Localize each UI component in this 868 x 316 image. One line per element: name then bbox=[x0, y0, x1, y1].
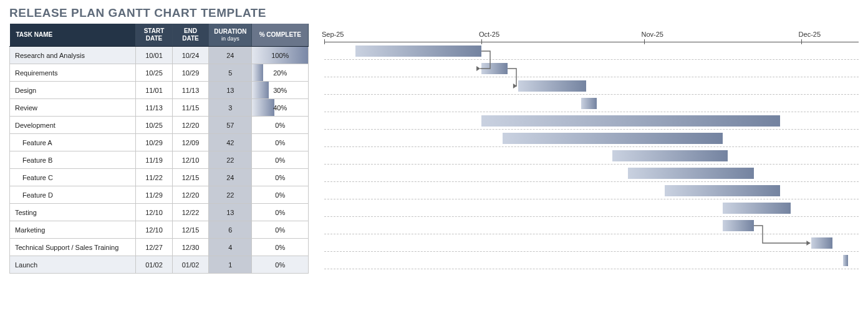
duration-cell[interactable]: 24 bbox=[209, 47, 252, 64]
task-name-cell[interactable]: Feature B bbox=[10, 151, 136, 169]
duration-cell[interactable]: 5 bbox=[209, 64, 252, 82]
duration-cell[interactable]: 57 bbox=[209, 117, 252, 134]
col-header-task: TASK NAME bbox=[10, 24, 136, 47]
task-name-cell[interactable]: Feature D bbox=[10, 186, 136, 204]
end-date-cell[interactable]: 12/20 bbox=[172, 117, 209, 134]
duration-cell[interactable]: 22 bbox=[209, 186, 252, 204]
duration-cell[interactable]: 1 bbox=[209, 256, 252, 274]
start-date-cell[interactable]: 10/29 bbox=[136, 134, 173, 151]
task-name-cell[interactable]: Development bbox=[10, 117, 136, 134]
col-header-end: END DATE bbox=[172, 24, 209, 47]
pct-text: 0% bbox=[275, 156, 285, 164]
gantt-row bbox=[324, 42, 859, 60]
pct-text: 0% bbox=[275, 191, 285, 199]
gantt-bar[interactable] bbox=[612, 150, 728, 161]
duration-cell[interactable]: 13 bbox=[209, 82, 252, 99]
end-date-cell[interactable]: 10/29 bbox=[172, 64, 209, 82]
start-date-cell[interactable]: 11/29 bbox=[136, 186, 173, 204]
table-row: Requirements10/2510/29520% bbox=[10, 64, 309, 82]
pct-text: 40% bbox=[273, 104, 287, 112]
pct-complete-cell[interactable]: 0% bbox=[252, 239, 309, 256]
end-date-cell[interactable]: 10/24 bbox=[172, 47, 209, 64]
page-title: RELEASE PLAN GANTT CHART TEMPLATE bbox=[9, 6, 859, 20]
start-date-cell[interactable]: 12/10 bbox=[136, 221, 173, 239]
end-date-cell[interactable]: 12/10 bbox=[172, 151, 209, 169]
duration-cell[interactable]: 3 bbox=[209, 99, 252, 117]
start-date-cell[interactable]: 11/13 bbox=[136, 99, 173, 117]
gantt-bar[interactable] bbox=[518, 80, 586, 92]
pct-complete-cell[interactable]: 40% bbox=[252, 99, 309, 117]
gantt-bar[interactable] bbox=[628, 168, 754, 179]
start-date-cell[interactable]: 11/22 bbox=[136, 169, 173, 186]
task-name-cell[interactable]: Feature C bbox=[10, 169, 136, 186]
gantt-bar[interactable] bbox=[481, 63, 508, 74]
table-row: Design11/0111/131330% bbox=[10, 82, 309, 99]
start-date-cell[interactable]: 10/25 bbox=[136, 117, 173, 134]
month-label: Sep-25 bbox=[322, 31, 344, 38]
start-date-cell[interactable]: 12/27 bbox=[136, 239, 173, 256]
start-date-cell[interactable]: 12/10 bbox=[136, 204, 173, 221]
task-name-cell[interactable]: Review bbox=[10, 99, 136, 117]
start-date-cell[interactable]: 10/01 bbox=[136, 47, 173, 64]
table-header-row: TASK NAME START DATE END DATE DURATION i… bbox=[10, 24, 309, 47]
task-name-cell[interactable]: Marketing bbox=[10, 221, 136, 239]
duration-cell[interactable]: 42 bbox=[209, 134, 252, 151]
pct-complete-cell[interactable]: 0% bbox=[252, 204, 309, 221]
table-row: Review11/1311/15340% bbox=[10, 99, 309, 117]
table-row: Feature A10/2912/09420% bbox=[10, 134, 309, 151]
pct-text: 0% bbox=[275, 226, 285, 234]
task-name-cell[interactable]: Launch bbox=[10, 256, 136, 274]
pct-complete-cell[interactable]: 20% bbox=[252, 64, 309, 82]
pct-complete-cell[interactable]: 0% bbox=[252, 186, 309, 204]
pct-complete-cell[interactable]: 30% bbox=[252, 82, 309, 99]
duration-cell[interactable]: 4 bbox=[209, 239, 252, 256]
duration-cell[interactable]: 6 bbox=[209, 221, 252, 239]
task-name-cell[interactable]: Feature A bbox=[10, 134, 136, 151]
task-name-cell[interactable]: Design bbox=[10, 82, 136, 99]
pct-complete-cell[interactable]: 0% bbox=[252, 221, 309, 239]
gantt-bar[interactable] bbox=[811, 237, 832, 249]
pct-complete-cell[interactable]: 0% bbox=[252, 117, 309, 134]
table-row: Marketing12/1012/1560% bbox=[10, 221, 309, 239]
end-date-cell[interactable]: 12/20 bbox=[172, 186, 209, 204]
duration-cell[interactable]: 22 bbox=[209, 151, 252, 169]
gantt-row bbox=[324, 182, 859, 199]
pct-complete-cell[interactable]: 0% bbox=[252, 256, 309, 274]
gantt-bar[interactable] bbox=[843, 255, 848, 266]
gantt-bar[interactable] bbox=[481, 115, 780, 127]
gantt-bar[interactable] bbox=[665, 185, 780, 196]
duration-cell[interactable]: 13 bbox=[209, 204, 252, 221]
gantt-bar[interactable] bbox=[503, 133, 723, 144]
task-name-cell[interactable]: Testing bbox=[10, 204, 136, 221]
task-name-cell[interactable]: Research and Analysis bbox=[10, 47, 136, 64]
end-date-cell[interactable]: 11/13 bbox=[172, 82, 209, 99]
start-date-cell[interactable]: 11/01 bbox=[136, 82, 173, 99]
gantt-bar[interactable] bbox=[723, 203, 791, 214]
gantt-bar[interactable] bbox=[723, 220, 754, 231]
start-date-cell[interactable]: 10/25 bbox=[136, 64, 173, 82]
start-date-cell[interactable]: 11/19 bbox=[136, 151, 173, 169]
end-date-cell[interactable]: 12/22 bbox=[172, 204, 209, 221]
task-table-wrap: TASK NAME START DATE END DATE DURATION i… bbox=[9, 24, 309, 274]
end-date-cell[interactable]: 12/15 bbox=[172, 169, 209, 186]
col-header-duration-sub: in days bbox=[213, 36, 248, 42]
gantt-row bbox=[324, 165, 859, 182]
gantt-bar[interactable] bbox=[355, 45, 481, 57]
task-name-cell[interactable]: Technical Support / Sales Training bbox=[10, 239, 136, 256]
duration-cell[interactable]: 24 bbox=[209, 169, 252, 186]
end-date-cell[interactable]: 12/15 bbox=[172, 221, 209, 239]
end-date-cell[interactable]: 12/09 bbox=[172, 134, 209, 151]
pct-complete-cell[interactable]: 100% bbox=[252, 47, 309, 64]
gantt-bar[interactable] bbox=[581, 98, 597, 109]
end-date-cell[interactable]: 01/02 bbox=[172, 256, 209, 274]
month-label: Oct-25 bbox=[479, 31, 499, 38]
gantt-rows bbox=[324, 42, 859, 269]
end-date-cell[interactable]: 12/30 bbox=[172, 239, 209, 256]
task-name-cell[interactable]: Requirements bbox=[10, 64, 136, 82]
start-date-cell[interactable]: 01/02 bbox=[136, 256, 173, 274]
pct-complete-cell[interactable]: 0% bbox=[252, 134, 309, 151]
pct-text: 0% bbox=[275, 244, 285, 251]
end-date-cell[interactable]: 11/15 bbox=[172, 99, 209, 117]
pct-complete-cell[interactable]: 0% bbox=[252, 169, 309, 186]
pct-complete-cell[interactable]: 0% bbox=[252, 151, 309, 169]
